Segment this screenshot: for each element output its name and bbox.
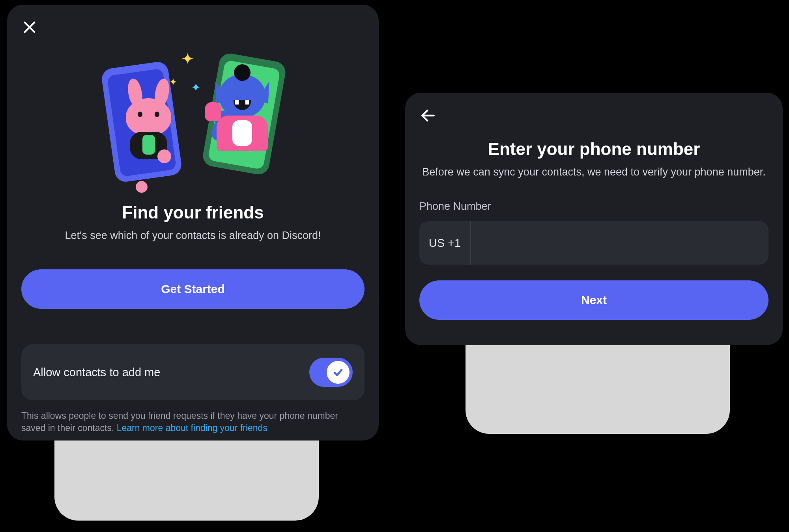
back-icon[interactable] xyxy=(419,107,437,124)
sparkle-icon: ✦ xyxy=(181,50,194,68)
close-icon[interactable] xyxy=(21,19,38,35)
phone-number-input[interactable] xyxy=(471,221,768,265)
toggle-label: Allow contacts to add me xyxy=(33,366,160,379)
phone-modal-subtitle: Before we can sync your contacts, we nee… xyxy=(419,166,768,178)
next-button[interactable]: Next xyxy=(419,280,768,320)
bunny-character xyxy=(126,98,171,159)
friends-illustration: ✦ ✦ ✦ xyxy=(21,53,365,183)
phone-modal-title: Enter your phone number xyxy=(419,139,768,159)
helper-text: This allows people to send you friend re… xyxy=(21,410,365,434)
toggle-knob xyxy=(327,361,350,384)
find-friends-modal: ✦ ✦ ✦ xyxy=(7,5,379,441)
allow-contacts-toggle[interactable] xyxy=(309,358,353,387)
sparkle-icon: ✦ xyxy=(191,80,201,94)
phone-field-label: Phone Number xyxy=(419,200,768,213)
orc-character xyxy=(219,75,268,151)
modal-title: Find your friends xyxy=(21,203,365,222)
enter-phone-modal: Enter your phone number Before we can sy… xyxy=(405,93,783,345)
country-code-select[interactable]: US +1 xyxy=(419,221,471,265)
get-started-button[interactable]: Get Started xyxy=(21,269,365,309)
modal-subtitle: Let's see which of your contacts is alre… xyxy=(21,230,365,242)
allow-contacts-toggle-card: Allow contacts to add me xyxy=(21,344,365,400)
learn-more-link[interactable]: Learn more about finding your friends xyxy=(117,423,267,433)
phone-input-group: US +1 xyxy=(419,221,768,265)
